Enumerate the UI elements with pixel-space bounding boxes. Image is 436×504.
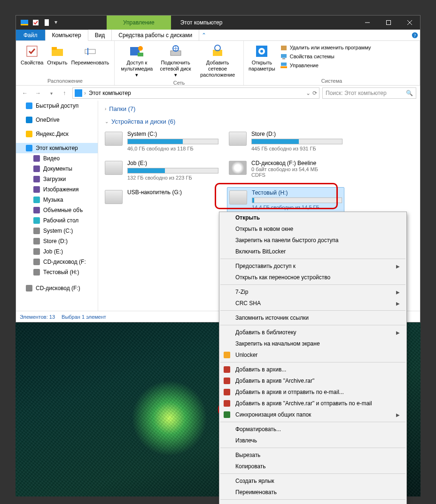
nav-item-videos[interactable]: Видео — [16, 153, 98, 164]
nav-item-test-h[interactable]: Тестовый (H:) — [16, 267, 98, 277]
ctx-вырезать[interactable]: Вырезать — [219, 449, 406, 461]
ctx-item-label: Извлечь — [235, 437, 257, 444]
drive-cd-f[interactable]: CD-дисковод (F:) Beeline0 байт свободно … — [227, 158, 344, 182]
media-access-button[interactable]: Доступ к мультимедиа ▾ — [117, 43, 156, 79]
breadcrumb-this-pc[interactable]: Этот компьютер — [88, 90, 132, 96]
ribbon-collapse-button[interactable]: ⌃ — [199, 30, 209, 40]
ctx-копировать[interactable]: Копировать — [219, 461, 406, 472]
address-dropdown-icon[interactable]: ⌄ — [306, 90, 311, 96]
drive-usb-g[interactable]: USB-накопитель (G:) — [103, 187, 220, 213]
properties-button[interactable]: Свойства — [19, 43, 45, 67]
svg-rect-27 — [281, 46, 287, 50]
ctx-item-label: Копировать — [235, 463, 266, 470]
search-input[interactable]: Поиск: Этот компьютер 🔍 — [322, 87, 416, 99]
refresh-button[interactable]: ⟳ — [312, 90, 317, 96]
ctx-добавить-в-архив-и-отправить-по-e-mail[interactable]: Добавить в архив и отправить по e-mail..… — [219, 386, 406, 398]
nav-item-downloads[interactable]: Загрузки — [16, 174, 98, 184]
ctx-добавить-в-архив-archive-rar-и-отправить-по-e-mail[interactable]: Добавить в архив "Archive.rar" и отправи… — [219, 398, 406, 409]
drive-icon — [33, 227, 40, 235]
ctx-добавить-в-архив-archive-rar[interactable]: Добавить в архив "Archive.rar" — [219, 375, 406, 386]
devices-section-header[interactable]: ⌄Устройства и диски (6) — [103, 116, 420, 129]
nav-item-pictures[interactable]: Изображения — [16, 184, 98, 195]
drive-title: CD-дисковод (F:) Beeline — [251, 160, 343, 166]
ctx-запомнить-источник-ссылки[interactable]: Запомнить источник ссылки — [219, 312, 406, 323]
svg-rect-2 — [33, 20, 39, 25]
open-button[interactable]: Открыть — [45, 43, 69, 67]
ctx-создать-ярлык[interactable]: Создать ярлык — [219, 475, 406, 487]
tab-drive-tools[interactable]: Средства работы с дисками — [112, 30, 199, 40]
nav-forward-button[interactable]: → — [33, 88, 43, 98]
ctx-предоставить-доступ-к[interactable]: Предоставить доступ к▶ — [219, 260, 406, 272]
tab-view[interactable]: Вид — [88, 30, 112, 40]
capacity-bar — [252, 197, 342, 203]
nav-item-cd-f[interactable]: CD-дисковод (F: — [16, 257, 98, 267]
drive-job-e[interactable]: Job (E:)132 ГБ свободно из 223 ГБ — [103, 158, 220, 182]
ctx-item-label: 7-Zip — [235, 289, 248, 295]
ctx-форматировать[interactable]: Форматировать... — [219, 424, 406, 435]
ctx-7-zip[interactable]: 7-Zip▶ — [219, 286, 406, 298]
qat-dropdown-icon[interactable]: ▾ — [54, 19, 62, 26]
manage-button[interactable]: Управление — [280, 62, 371, 69]
nav-recent-button[interactable]: ▾ — [46, 88, 56, 98]
ctx-crc-sha[interactable]: CRC SHA▶ — [219, 298, 406, 309]
nav-item-documents[interactable]: Документы — [16, 164, 98, 174]
nav-item-cd-f2[interactable]: CD-дисковод (F:) — [16, 283, 98, 293]
ctx-переименовать[interactable]: Переименовать — [219, 487, 406, 498]
ctx-открыть-как-переносное-устройство[interactable]: Открыть как переносное устройство — [219, 272, 406, 283]
svg-rect-49 — [224, 352, 230, 358]
ribbon-context-tab[interactable]: Управление — [107, 16, 171, 30]
nav-item-desktop[interactable]: Рабочий стол — [16, 215, 98, 226]
close-button[interactable] — [399, 16, 420, 30]
ctx-unlocker[interactable]: Unlocker — [219, 349, 406, 361]
file-menu[interactable]: Файл — [16, 30, 45, 40]
nav-item-onedrive[interactable]: OneDrive — [16, 115, 98, 125]
ribbon: Свойства Открыть Переименовать Расположе… — [16, 41, 420, 86]
ctx-открыть[interactable]: Открыть — [219, 212, 406, 223]
tab-computer[interactable]: Компьютер — [45, 30, 88, 41]
nav-up-button[interactable]: ↑ — [59, 88, 70, 98]
drive-system-c[interactable]: System (C:)46,0 ГБ свободно из 118 ГБ — [103, 129, 220, 153]
ctx-свойства[interactable]: Свойства — [219, 501, 406, 504]
status-selection: Выбран 1 элемент — [62, 314, 106, 320]
folders-section-header[interactable]: ›Папки (7) — [103, 103, 420, 116]
ctx-открыть-в-новом-окне[interactable]: Открыть в новом окне — [219, 223, 406, 235]
svg-rect-17 — [138, 53, 143, 56]
nav-item-job-e[interactable]: Job (E:) — [16, 246, 98, 257]
ctx-извлечь[interactable]: Извлечь — [219, 435, 406, 446]
drive-store-d[interactable]: Store (D:)445 ГБ свободно из 931 ГБ — [227, 129, 344, 153]
ctx-добавить-в-библиотеку[interactable]: Добавить в библиотеку▶ — [219, 327, 406, 338]
nav-item-store-d[interactable]: Store (D:) — [16, 236, 98, 246]
ctx-закрепить-на-начальном-экране[interactable]: Закрепить на начальном экране — [219, 338, 406, 349]
drive-icon — [33, 268, 40, 276]
nav-item-quick-access[interactable]: Быстрый доступ — [16, 101, 98, 111]
minimize-button[interactable] — [357, 16, 378, 30]
rename-button[interactable]: Переименовать — [70, 43, 111, 67]
nav-item-system-c[interactable]: System (C:) — [16, 226, 98, 236]
drive-test-h[interactable]: Тестовый (H:)14,4 ГБ свободно из 14,5 ГБ — [227, 187, 344, 213]
help-button[interactable]: ? — [410, 30, 420, 40]
qat-save-icon[interactable] — [32, 19, 39, 26]
ctx-добавить-в-архив[interactable]: Добавить в архив... — [219, 364, 406, 375]
nav-item-this-pc[interactable]: Этот компьютер — [16, 143, 98, 153]
svg-rect-51 — [224, 378, 230, 384]
qat-new-icon[interactable] — [43, 19, 51, 26]
nav-item-label: Изображения — [43, 186, 78, 193]
nav-item-yandex-disk[interactable]: Яндекс.Диск — [16, 129, 98, 139]
open-settings-button[interactable]: Открыть параметры — [247, 43, 277, 73]
ctx-item-label: Добавить в архив "Archive.rar" и отправи… — [235, 400, 372, 407]
map-network-button[interactable]: Подключить сетевой диск ▾ — [156, 43, 195, 79]
properties-label: Свойства — [21, 60, 43, 66]
ctx-синхронизация-общих-папок[interactable]: Синхронизация общих папок▶ — [219, 409, 406, 420]
maximize-button[interactable] — [378, 16, 399, 30]
nav-back-button[interactable]: ← — [20, 88, 30, 98]
address-bar[interactable]: › Этот компьютер ⌄ ⟳ — [72, 87, 319, 99]
uninstall-button[interactable]: Удалить или изменить программу — [280, 44, 371, 51]
add-network-button[interactable]: Добавить сетевое расположение — [195, 43, 241, 79]
manage-icon — [280, 62, 288, 69]
ctx-включить-bitlocker[interactable]: Включить BitLocker — [219, 246, 406, 257]
nav-item-music[interactable]: Музыка — [16, 195, 98, 205]
ctx-закрепить-на-панели-быстрого-доступа[interactable]: Закрепить на панели быстрого доступа — [219, 235, 406, 246]
system-props-button[interactable]: Свойства системы — [280, 53, 371, 60]
svg-rect-43 — [33, 228, 40, 234]
nav-item-volumes[interactable]: Объемные объ — [16, 205, 98, 215]
